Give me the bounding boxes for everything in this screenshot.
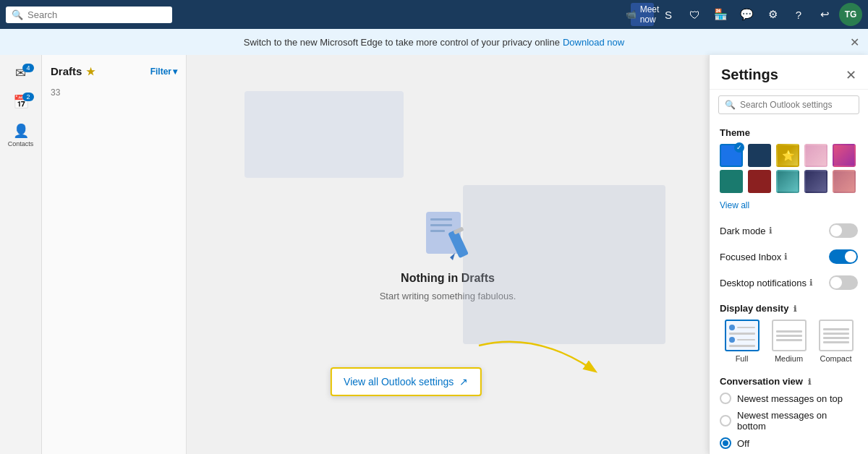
filter-button[interactable]: Filter ▾	[150, 67, 177, 77]
radio-newest-bottom-circle	[720, 415, 731, 427]
skype-button[interactable]: S	[657, 3, 680, 26]
settings-search[interactable]: 🔍	[718, 95, 859, 114]
desktop-notifications-info-icon[interactable]: ℹ	[809, 278, 813, 288]
theme-swatch-6[interactable]	[748, 170, 771, 193]
density-medium-box	[772, 320, 807, 351]
density-compact-line-2	[823, 333, 849, 335]
theme-swatch-2[interactable]: ⭐	[776, 144, 799, 167]
conversation-view-info-icon[interactable]: ℹ	[808, 377, 811, 386]
search-input[interactable]	[27, 9, 166, 20]
notif-close-button[interactable]: ✕	[850, 35, 859, 49]
skype-icon: S	[665, 9, 672, 21]
calendar-badge: 2	[22, 93, 34, 101]
density-compact[interactable]: Compact	[814, 320, 858, 363]
theme-label: Theme	[710, 120, 868, 141]
shield-icon: 🛡	[689, 9, 700, 21]
search-icon: 🔍	[725, 100, 736, 110]
focused-inbox-row: Focused Inbox ℹ	[710, 244, 868, 270]
external-link-icon: ↗	[459, 376, 468, 387]
theme-swatch-8[interactable]	[804, 170, 827, 193]
sidebar-item-calendar[interactable]: 📅 2	[0, 90, 41, 116]
dark-mode-label: Dark mode	[720, 226, 766, 236]
density-medium-label: Medium	[775, 354, 803, 363]
desktop-notifications-label: Desktop notifications	[720, 278, 807, 288]
download-now-link[interactable]: Download now	[563, 37, 624, 48]
theme-swatch-1[interactable]	[748, 144, 771, 167]
avatar[interactable]: TG	[839, 3, 862, 26]
theme-grid: ✓ ⭐	[710, 141, 868, 199]
back-button[interactable]: ↩	[813, 3, 836, 26]
settings-panel: Settings ✕ 🔍 Theme ✓ ⭐	[709, 55, 868, 454]
desktop-notifications-row: Desktop notifications ℹ	[710, 270, 868, 296]
theme-swatch-3[interactable]	[804, 144, 827, 167]
density-options: Full Medium Compact	[710, 317, 868, 369]
density-medium-line-1	[776, 330, 802, 333]
feedback-icon: 💬	[740, 8, 754, 21]
theme-swatch-4[interactable]	[833, 144, 856, 167]
notification-bar: Switch to the new Microsoft Edge to take…	[0, 29, 868, 55]
star-icon[interactable]: ★	[86, 66, 95, 77]
folder-item-default[interactable]: 33	[42, 82, 186, 103]
theme-swatch-0[interactable]: ✓	[720, 144, 743, 167]
settings-search-input[interactable]	[740, 100, 853, 110]
help-button[interactable]: ?	[787, 3, 810, 26]
svg-marker-5	[450, 253, 455, 260]
back-icon: ↩	[820, 8, 830, 21]
content-area: Nothing in Drafts Start writing somethin…	[187, 55, 709, 454]
dark-mode-toggle[interactable]	[829, 223, 858, 238]
density-full-line-1	[729, 333, 755, 335]
theme-check-0: ✓	[734, 142, 744, 153]
topbar-icons: 📹 Meet now S 🛡 🏪 💬 ⚙ ? ↩ TG	[631, 3, 862, 26]
theme-swatch-9[interactable]	[833, 170, 856, 193]
settings-header: Settings ✕	[710, 55, 868, 90]
sidebar-item-mail[interactable]: ✉ 4	[0, 61, 41, 87]
density-compact-line-4	[823, 341, 849, 343]
focused-inbox-toggle[interactable]	[829, 249, 858, 264]
gear-icon: ⚙	[768, 8, 778, 21]
feedback-button[interactable]: 💬	[735, 3, 758, 26]
theme-swatch-5[interactable]	[720, 170, 743, 193]
density-medium-line-3	[776, 339, 802, 341]
focused-inbox-label: Focused Inbox	[720, 252, 781, 262]
dark-mode-toggle-knob	[830, 225, 842, 236]
drafts-empty-icon	[419, 208, 477, 266]
desktop-notifications-toggle-knob	[830, 277, 842, 288]
density-full[interactable]: Full	[720, 320, 764, 363]
conversation-view-label: Conversation view ℹ	[710, 369, 868, 390]
settings-button[interactable]: ⚙	[761, 3, 784, 26]
dark-mode-info-icon[interactable]: ℹ	[769, 226, 773, 236]
search-icon: 🔍	[12, 9, 23, 20]
density-compact-label: Compact	[820, 354, 851, 363]
sidebar-item-contacts[interactable]: 👤 Contacts	[0, 119, 41, 152]
density-full-box	[725, 320, 760, 351]
settings-close-button[interactable]: ✕	[846, 67, 856, 83]
shield-button[interactable]: 🛡	[683, 3, 706, 26]
conversation-off[interactable]: Off	[710, 434, 868, 452]
svg-rect-1	[430, 218, 452, 220]
store-icon: 🏪	[714, 8, 728, 21]
bg-email-preview-1	[244, 91, 404, 178]
folder-header: Drafts ★ Filter ▾	[42, 61, 186, 82]
density-full-label: Full	[736, 354, 749, 363]
display-density-info-icon[interactable]: ℹ	[793, 304, 796, 313]
settings-title: Settings	[721, 67, 778, 83]
conversation-newest-bottom[interactable]: Newest messages on bottom	[710, 407, 868, 434]
contacts-label: Contacts	[8, 140, 34, 147]
desktop-notifications-toggle[interactable]	[829, 275, 858, 290]
search-box[interactable]: 🔍	[6, 7, 172, 23]
theme-view-all-link[interactable]: View all	[710, 199, 868, 218]
store-button[interactable]: 🏪	[709, 3, 732, 26]
folder-list: Drafts ★ Filter ▾ 33	[42, 55, 187, 454]
chevron-down-icon: ▾	[173, 67, 177, 77]
help-icon: ?	[796, 9, 801, 21]
density-medium[interactable]: Medium	[767, 320, 811, 363]
dark-mode-row: Dark mode ℹ	[710, 218, 868, 244]
theme-swatch-7[interactable]	[776, 170, 799, 193]
conversation-newest-top[interactable]: Newest messages on top	[710, 390, 868, 407]
focused-inbox-info-icon[interactable]: ℹ	[784, 252, 788, 262]
view-all-settings-callout[interactable]: View all Outlook settings ↗	[331, 367, 481, 396]
video-icon: 📹	[626, 9, 637, 20]
radio-newest-top-circle	[720, 393, 731, 404]
meet-now-button[interactable]: 📹 Meet now	[631, 3, 654, 26]
folder-item-label: 33	[51, 87, 60, 98]
